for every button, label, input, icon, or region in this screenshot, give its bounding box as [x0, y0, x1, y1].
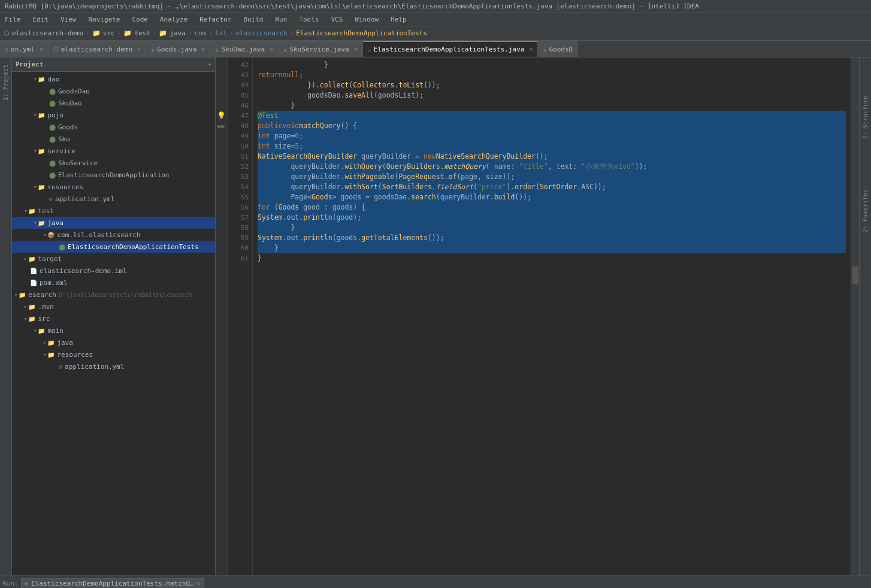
breadcrumb-module[interactable]: elasticsearch-demo: [12, 29, 83, 37]
tab-bar: ⚙ on.yml × ⬡ elasticsearch-demo × ☕ Good…: [0, 41, 871, 57]
menu-file[interactable]: File: [2, 14, 23, 25]
tree-item[interactable]: ▾📁src: [12, 313, 215, 325]
menu-code[interactable]: Code: [129, 14, 150, 25]
menu-navigate[interactable]: Navigate: [86, 14, 123, 25]
tree-node-icon: ⚙: [49, 196, 53, 202]
tree-item[interactable]: 📄elasticsearch-demo.iml: [12, 265, 215, 277]
breadcrumb-java-icon: 📁: [159, 29, 167, 37]
tree-node-label: java: [57, 339, 73, 347]
tree-item[interactable]: ▾📁java: [12, 217, 215, 229]
breadcrumb-com[interactable]: com: [195, 29, 207, 37]
project-tree[interactable]: ▾📁dao⬤GoodsDao⬤SkuDao▾📁pojo⬤Goods⬤Sku▾📁s…: [12, 72, 215, 575]
tree-item[interactable]: ⚙application.yml: [12, 193, 215, 205]
gutter: 💡▶▶: [216, 57, 228, 575]
tab-close-skuservice[interactable]: ×: [354, 46, 358, 53]
breadcrumb-src[interactable]: src: [103, 29, 115, 37]
breadcrumb-class[interactable]: ElasticsearchDemoApplicationTests: [296, 29, 427, 37]
tab-close-yml[interactable]: ×: [40, 46, 43, 53]
tree-node-icon: 📁: [38, 184, 45, 190]
tab-skudao-java[interactable]: ☕ SkuDao.java ×: [210, 41, 279, 57]
tab-elasticsearch-demo[interactable]: ⬡ elasticsearch-demo ×: [49, 41, 146, 57]
breadcrumb-java[interactable]: java: [170, 29, 186, 37]
main-layout: 1: Project Project ▾ ▾📁dao⬤GoodsDao⬤SkuD…: [0, 57, 871, 575]
tree-item[interactable]: ▾📁test: [12, 205, 215, 217]
tree-item[interactable]: ⬤SkuDao: [12, 97, 215, 109]
menu-edit[interactable]: Edit: [31, 14, 52, 25]
run-tab-close[interactable]: ×: [196, 580, 201, 587]
side-tools: 2: Structure 2: Favorites: [859, 57, 871, 575]
tree-item[interactable]: ▸📁.mvn: [12, 301, 215, 313]
tab-goodsd[interactable]: ☕ GoodsD: [538, 41, 578, 57]
menu-vcs[interactable]: VCS: [328, 14, 345, 25]
structure-label[interactable]: 2: Structure: [862, 96, 869, 139]
project-panel: Project ▾ ▾📁dao⬤GoodsDao⬤SkuDao▾📁pojo⬤Go…: [12, 57, 216, 575]
tree-node-label: elasticsearch-demo.iml: [40, 267, 127, 275]
scrollbar-thumb[interactable]: [852, 266, 858, 284]
tree-item[interactable]: ▾📁dao: [12, 73, 215, 85]
tree-expand-icon: ▾: [14, 292, 17, 298]
tab-test-java[interactable]: ☕ ElasticsearchDemoApplicationTests.java…: [363, 41, 539, 57]
tree-node-label: .mvn: [38, 303, 54, 311]
tree-item[interactable]: ▾📁service: [12, 145, 215, 157]
menu-build[interactable]: Build: [241, 14, 265, 25]
title-text: RabbitMQ [D:\java\ideaprojects\rabbitmq]…: [5, 2, 699, 10]
tree-node-icon: ⬤: [49, 160, 56, 166]
code-line: queryBuilder.withSort(SortBuilders.field…: [258, 182, 846, 192]
tree-item[interactable]: ⬤GoodsDao: [12, 85, 215, 97]
tree-node-icon: ⬤: [49, 124, 56, 131]
tree-item[interactable]: ▾📁pojo: [12, 109, 215, 121]
tab-goods-java[interactable]: ☕ Goods.java ×: [146, 41, 210, 57]
breadcrumb-test[interactable]: test: [134, 29, 150, 37]
menu-help[interactable]: Help: [388, 14, 409, 25]
tree-item[interactable]: ⬤Goods: [12, 121, 215, 133]
code-line: int page=0;: [258, 131, 846, 141]
tree-item[interactable]: ▾📁main: [12, 325, 215, 337]
tree-item[interactable]: ⬤ElasticsearchDemoApplication: [12, 169, 215, 181]
breadcrumb-module-icon: ⬡: [4, 29, 10, 37]
tree-item[interactable]: ▾📦com.lsl.elasticsearch: [12, 229, 215, 241]
tree-item[interactable]: ⬤SkuService: [12, 157, 215, 169]
favorites-label[interactable]: 2: Favorites: [862, 189, 869, 232]
tree-expand-icon: ▾: [43, 232, 46, 238]
tree-node-label: SkuService: [58, 159, 98, 167]
tab-close-goods[interactable]: ×: [201, 46, 205, 53]
tree-item[interactable]: ⚙application.yml: [12, 360, 215, 372]
tree-node-path: D:\java\ideaprojects\rabbitmq\esearch: [59, 292, 192, 298]
tab-on-yml[interactable]: ⚙ on.yml ×: [0, 41, 49, 57]
tree-expand-icon: ▸: [24, 256, 27, 262]
breadcrumb-elasticsearch[interactable]: elasticsearch: [236, 29, 288, 37]
tree-item[interactable]: ⬤ElasticsearchDemoApplicationTests: [12, 241, 215, 253]
menu-window[interactable]: Window: [352, 14, 381, 25]
tree-node-label: Sku: [58, 135, 70, 143]
tree-expand-icon: ▾: [34, 328, 37, 334]
yml-icon: ⚙: [5, 46, 8, 53]
breadcrumb-lsl[interactable]: lsl: [215, 29, 227, 37]
tree-item[interactable]: ▾📁resources: [12, 348, 215, 360]
code-line: }: [258, 223, 846, 233]
tree-item[interactable]: ▸📁java: [12, 337, 215, 348]
tab-close-demo[interactable]: ×: [137, 46, 141, 53]
tree-node-label: ElasticsearchDemoApplicationTests: [68, 243, 199, 251]
tree-item[interactable]: ⬤Sku: [12, 133, 215, 145]
skudao-icon: ☕: [215, 46, 219, 53]
tab-close-test[interactable]: ×: [529, 46, 533, 53]
menu-refactor[interactable]: Refactor: [197, 14, 234, 25]
tree-node-label: GoodsDao: [58, 87, 90, 95]
tree-item[interactable]: ▾📁resources: [12, 181, 215, 193]
code-content[interactable]: } return null; }).collect(Collectors.toL…: [253, 57, 851, 575]
menu-analyze[interactable]: Analyze: [158, 14, 190, 25]
run-tab[interactable]: ▶ ElasticsearchDemoApplicationTests.matc…: [21, 578, 205, 588]
tab-close-skudao[interactable]: ×: [270, 46, 273, 53]
project-tab-label[interactable]: 1: Project: [2, 65, 9, 101]
tree-item[interactable]: ▸📁target: [12, 253, 215, 265]
editor-scrollbar[interactable]: [851, 57, 859, 575]
tab-skuservice-java[interactable]: ☕ SkuService.java ×: [279, 41, 362, 57]
tree-item[interactable]: ▾📁esearchD:\java\ideaprojects\rabbitmq\e…: [12, 289, 215, 301]
run-tab-bar: Run: ▶ ElasticsearchDemoApplicationTests…: [0, 575, 871, 588]
tree-expand-icon: ▸: [43, 340, 46, 345]
menu-tools[interactable]: Tools: [297, 14, 321, 25]
tree-node-label: application.yml: [55, 195, 114, 203]
menu-view[interactable]: View: [58, 14, 79, 25]
menu-run[interactable]: Run: [273, 14, 289, 25]
tree-item[interactable]: 📄pom.xml: [12, 277, 215, 289]
